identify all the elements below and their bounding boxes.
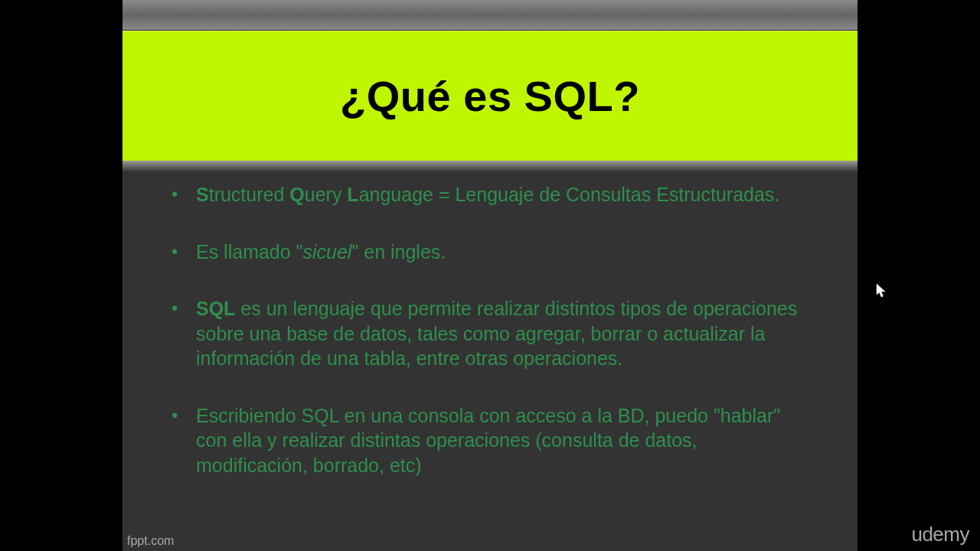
bullet-1: Structured Query Language = Lenguaje de … [168, 182, 812, 207]
top-bar [122, 0, 858, 31]
italic-text: sicuel [303, 241, 352, 262]
udemy-watermark: udemy [911, 523, 969, 546]
footer-attribution: fppt.com [127, 534, 174, 548]
bullet-4: Escribiendo SQL en una consola con acces… [168, 403, 812, 478]
title-shadow [122, 161, 858, 171]
bold-text: SQL [196, 298, 235, 319]
text: " en ingles. [351, 241, 446, 262]
bullet-2: Es llamado "sicuel" en ingles. [168, 240, 812, 265]
slide: ¿Qué es SQL? Structured Query Language =… [122, 0, 858, 551]
bold-text: L [347, 184, 358, 205]
text: es un lenguaje que permite realizar dist… [196, 298, 797, 369]
bold-text: Q [289, 184, 304, 205]
bullet-3: SQL es un lenguaje que permite realizar … [168, 296, 812, 371]
bold-text: S [196, 184, 209, 205]
text: Es llamado " [196, 241, 303, 262]
text: tructured [209, 184, 290, 205]
text: anguage = Lenguaje de Consultas Estructu… [359, 184, 780, 205]
bullet-list: Structured Query Language = Lenguaje de … [168, 182, 812, 478]
text: Escribiendo SQL en una consola con acces… [196, 405, 780, 476]
slide-title: ¿Qué es SQL? [340, 71, 640, 121]
title-band: ¿Qué es SQL? [122, 31, 858, 161]
text: uery [305, 184, 348, 205]
slide-body: Structured Query Language = Lenguaje de … [122, 171, 858, 510]
mouse-cursor-icon [876, 283, 887, 298]
